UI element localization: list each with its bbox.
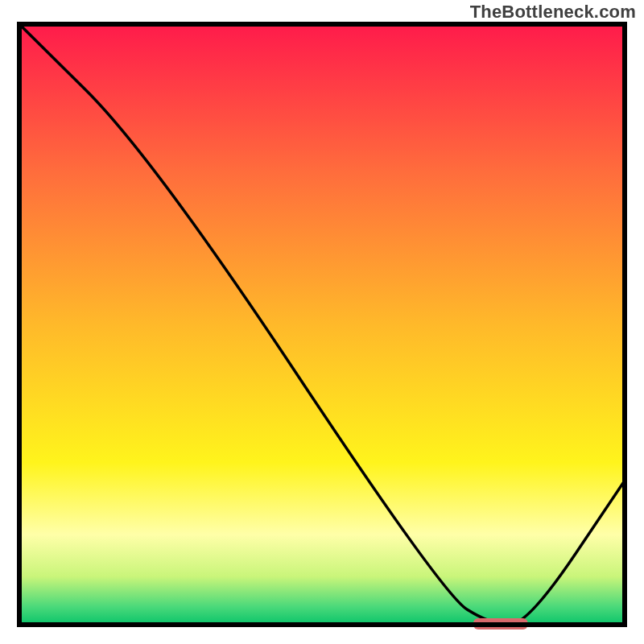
attribution-label: TheBottleneck.com: [470, 2, 636, 23]
bottleneck-chart: [0, 0, 644, 644]
chart-container: TheBottleneck.com: [0, 0, 644, 644]
